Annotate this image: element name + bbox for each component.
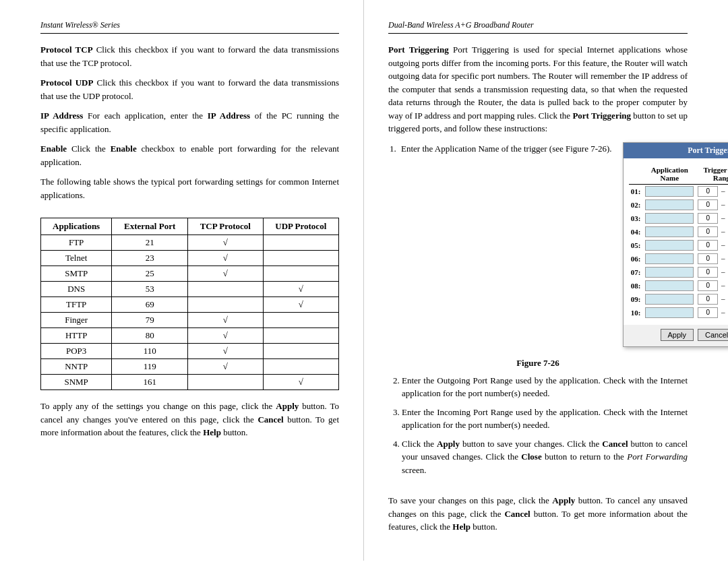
table-cell: [263, 266, 338, 282]
dialog-footer: Apply Cancel Close: [624, 325, 728, 346]
trigger-app-input[interactable]: [645, 199, 694, 210]
table-cell: 53: [112, 282, 188, 297]
trigger-port-cell[interactable]: –: [696, 184, 728, 198]
trig-start-input[interactable]: [698, 294, 718, 305]
trigger-port-cell[interactable]: –: [696, 225, 728, 239]
table-cell: √: [263, 282, 338, 297]
trigger-app-cell[interactable]: [643, 184, 696, 198]
trigger-port-cell[interactable]: –: [696, 279, 728, 292]
trigger-app-input[interactable]: [645, 240, 694, 251]
table-header-row: Applications External Port TCP Protocol …: [41, 218, 339, 235]
trigger-port-cell[interactable]: –: [696, 252, 728, 266]
trigger-row: 02: – –: [629, 198, 728, 212]
following-para: The following table shows the typical po…: [40, 175, 339, 201]
trig-start-input[interactable]: [698, 307, 718, 318]
table-cell: DNS: [41, 282, 112, 297]
col-tcp-protocol: TCP Protocol: [188, 218, 264, 235]
enable-para: Enable Click the Enable checkbox to enab…: [40, 142, 339, 168]
table-cell: Telnet: [41, 251, 112, 266]
table-cell: 23: [112, 251, 188, 266]
trigger-port-cell[interactable]: –: [696, 306, 728, 319]
trigger-app-input[interactable]: [645, 280, 694, 291]
step-4-close: Close: [521, 451, 541, 462]
trigger-port-cell[interactable]: –: [696, 239, 728, 252]
step-3: Enter the Incoming Port Range used by th…: [402, 406, 688, 432]
dialog-cancel-button[interactable]: Cancel: [698, 329, 728, 341]
applications-table: Applications External Port TCP Protocol …: [40, 218, 339, 390]
trigger-row-label: 02:: [629, 198, 644, 212]
trigger-row-label: 03:: [629, 212, 644, 225]
trig-start-input[interactable]: [698, 226, 718, 237]
left-header-text: Instant Wireless® Series: [40, 20, 120, 30]
port-triggering-text1: Port Triggering is used for special Inte…: [388, 44, 688, 121]
table-cell: POP3: [41, 344, 112, 359]
trigger-app-input[interactable]: [645, 253, 694, 264]
trigger-app-input[interactable]: [645, 307, 694, 318]
step-1-text: Enter the Application Name of the trigge…: [401, 144, 612, 154]
table-cell: NNTP: [41, 359, 112, 375]
trigger-row-label: 01:: [629, 184, 644, 198]
table-row: HTTP80√: [41, 328, 339, 344]
trigger-row: 03: – –: [629, 212, 728, 225]
table-cell: [263, 251, 338, 266]
trigger-app-input[interactable]: [645, 294, 694, 305]
trigger-app-input[interactable]: [645, 267, 694, 278]
trigger-row-label: 09:: [629, 292, 644, 306]
step-4-cancel: Cancel: [602, 439, 628, 449]
trigger-port-cell[interactable]: –: [696, 292, 728, 306]
trigger-port-cell[interactable]: –: [696, 212, 728, 225]
right-footer-instructions: To save your changes on this page, click…: [388, 494, 688, 534]
trigger-port-cell[interactable]: –: [696, 266, 728, 279]
trigger-port-cell[interactable]: –: [696, 198, 728, 212]
table-row: Finger79√: [41, 313, 339, 328]
trigger-app-cell[interactable]: [643, 306, 696, 319]
table-cell: [188, 282, 264, 297]
trigger-app-input[interactable]: [645, 213, 694, 224]
table-cell: 69: [112, 297, 188, 313]
table-cell: SMTP: [41, 266, 112, 282]
trig-start-input[interactable]: [698, 186, 718, 197]
port-triggering-intro: Port Triggering Port Triggering is used …: [388, 43, 688, 135]
trigger-app-cell[interactable]: [643, 266, 696, 279]
trigger-list-table: Application Name Trigger Port Range Inco…: [629, 164, 728, 319]
trigger-app-input[interactable]: [645, 226, 694, 237]
ip-address-para: IP Address For each application, enter t…: [40, 109, 339, 135]
r-apply-bold: Apply: [552, 495, 575, 505]
dialog-apply-button[interactable]: Apply: [661, 329, 694, 341]
table-cell: √: [188, 266, 264, 282]
table-cell: √: [263, 375, 338, 390]
table-cell: 80: [112, 328, 188, 344]
step-4-italic: Port Forwarding: [627, 451, 688, 462]
apply-instructions: To apply any of the settings you change …: [40, 400, 339, 439]
trigger-row: 01: – –: [629, 184, 728, 198]
trig-start-input[interactable]: [698, 199, 718, 210]
table-cell: 161: [112, 375, 188, 390]
th-app-name: Application Name: [643, 164, 696, 185]
trigger-row: 04: – –: [629, 225, 728, 239]
trigger-app-cell[interactable]: [643, 252, 696, 266]
step-4-apply: Apply: [437, 439, 460, 449]
trigger-app-cell[interactable]: [643, 239, 696, 252]
trig-start-input[interactable]: [698, 267, 718, 278]
trigger-app-cell[interactable]: [643, 292, 696, 306]
table-cell: HTTP: [41, 328, 112, 344]
step-2: Enter the Outgoing Port Range used by th…: [402, 374, 688, 400]
r-apply-text4: button.: [473, 522, 497, 532]
trigger-app-cell[interactable]: [643, 212, 696, 225]
trig-start-input[interactable]: [698, 240, 718, 251]
protocol-tcp-label: Protocol TCP: [40, 44, 93, 55]
dialog-content: Application Name Trigger Port Range Inco…: [624, 158, 728, 325]
trig-start-input[interactable]: [698, 253, 718, 264]
trigger-app-cell[interactable]: [643, 225, 696, 239]
remaining-steps: Enter the Outgoing Port Range used by th…: [388, 374, 688, 482]
trigger-app-input[interactable]: [645, 186, 694, 197]
protocol-udp-label: Protocol UDP: [40, 77, 93, 88]
trigger-app-cell[interactable]: [643, 198, 696, 212]
th-trigger-range: Trigger Port Range: [696, 164, 728, 185]
trigger-app-cell[interactable]: [643, 279, 696, 292]
trig-start-input[interactable]: [698, 280, 718, 291]
protocol-tcp-para: Protocol TCP Click this checkbox if you …: [40, 43, 339, 69]
table-cell: 25: [112, 266, 188, 282]
trig-start-input[interactable]: [698, 213, 718, 224]
col-applications: Applications: [41, 218, 112, 235]
